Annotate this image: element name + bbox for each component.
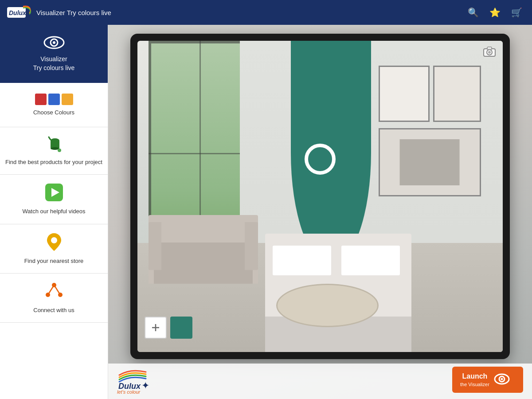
main-layout: Visualizer Try colours live Choose Colou… xyxy=(0,25,532,399)
svg-rect-20 xyxy=(487,47,492,50)
share-icon xyxy=(44,282,64,303)
svg-text:Dulux: Dulux xyxy=(9,9,27,16)
launch-button-text: Launch the Visualizer xyxy=(460,372,489,387)
dulux-logo-svg: Dulux xyxy=(7,5,31,20)
sidebar-item-best-products[interactable]: Find the best products for your project xyxy=(0,127,108,175)
sofa xyxy=(149,215,258,283)
sidebar-item-connect[interactable]: Connect with us xyxy=(0,274,108,323)
search-icon[interactable]: 🔍 xyxy=(465,4,481,20)
dulux-bottom-logo: Dulux ✦ let's colour xyxy=(117,368,153,395)
swatch-blue xyxy=(48,94,60,105)
tablet-screen xyxy=(137,41,503,352)
location-pin-icon xyxy=(46,232,62,254)
artwork-3 xyxy=(379,128,481,196)
svg-point-8 xyxy=(58,149,61,152)
table xyxy=(276,284,379,327)
tablet-mockup xyxy=(130,34,510,359)
wall-circle-logo xyxy=(305,144,336,175)
sidebar-item-choose-colours[interactable]: Choose Colours xyxy=(0,83,108,127)
bottom-bar: Dulux ✦ let's colour Launch the Visualiz… xyxy=(108,364,532,399)
artwork-1 xyxy=(379,66,430,121)
nav-title: Visualizer Try colours live xyxy=(36,9,111,16)
cart-icon[interactable]: 🛒 xyxy=(509,4,525,20)
svg-line-15 xyxy=(48,285,54,295)
sidebar-item-helpful-videos[interactable]: Watch our helpful videos xyxy=(0,175,108,224)
swatch-red xyxy=(35,94,47,105)
launch-eye-icon xyxy=(494,373,510,386)
colour-swatches xyxy=(35,94,73,105)
artwork-2 xyxy=(433,66,481,121)
visualizer-eye-icon xyxy=(43,35,65,51)
launch-visualizer-button[interactable]: Launch the Visualizer xyxy=(452,367,523,393)
play-button-icon xyxy=(44,183,64,204)
sidebar-header-title: Visualizer Try colours live xyxy=(33,55,75,72)
content-area: Dulux ✦ let's colour Launch the Visualiz… xyxy=(108,25,532,399)
svg-text:✦: ✦ xyxy=(141,380,149,391)
sidebar-header: Visualizer Try colours live xyxy=(0,25,108,83)
best-products-label: Find the best products for your project xyxy=(5,158,102,166)
favorites-icon[interactable]: ⭐ xyxy=(487,4,503,20)
selected-color-swatch[interactable] xyxy=(170,317,192,339)
svg-point-11 xyxy=(51,237,57,243)
paint-bucket-icon xyxy=(45,135,63,155)
nearest-store-label: Find your nearest store xyxy=(24,257,84,265)
room-interior xyxy=(137,41,503,352)
dulux-logo: Dulux xyxy=(7,5,31,20)
svg-point-27 xyxy=(501,378,503,380)
swatch-yellow xyxy=(62,94,73,105)
top-navigation: Dulux Visualizer Try colours live 🔍 ⭐ 🛒 xyxy=(0,0,532,25)
add-color-button[interactable] xyxy=(145,317,167,339)
sidebar-item-nearest-store[interactable]: Find your nearest store xyxy=(0,224,108,274)
dulux-tagline: let's colour xyxy=(117,389,140,395)
svg-point-4 xyxy=(53,41,55,44)
sidebar: Visualizer Try colours live Choose Colou… xyxy=(0,25,108,399)
connect-label: Connect with us xyxy=(33,306,74,314)
camera-button[interactable] xyxy=(483,46,496,59)
choose-colours-label: Choose Colours xyxy=(33,109,74,117)
helpful-videos-label: Watch our helpful videos xyxy=(23,207,86,215)
svg-point-19 xyxy=(488,51,491,54)
svg-line-16 xyxy=(54,285,60,295)
